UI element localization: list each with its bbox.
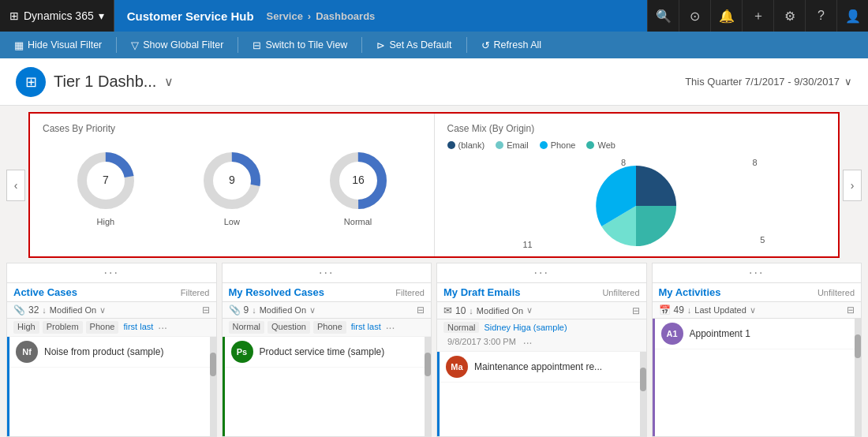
my-activities-count: 49 (674, 304, 684, 316)
activities-sort-chevron[interactable]: ∨ (750, 305, 756, 316)
my-resolved-scrollbar[interactable] (425, 337, 431, 436)
help-icon-btn[interactable]: ? (805, 0, 836, 32)
user-icon-btn[interactable]: 👤 (836, 0, 868, 32)
my-draft-emails-filter-icon[interactable]: ⊟ (632, 305, 640, 316)
tag-phone: Phone (86, 321, 119, 334)
chart-prev-arrow[interactable]: ‹ (6, 170, 25, 201)
active-cases-scrollbar[interactable] (210, 337, 216, 436)
show-global-filter-label: Show Global Filter (143, 39, 223, 50)
case-mix-title: Case Mix (By Origin) (447, 123, 826, 134)
set-as-default-button[interactable]: ⊳ Set As Default (369, 36, 459, 54)
my-resolved-item-1[interactable]: Ps Product service time (sample) (225, 337, 425, 368)
notification-icon-btn[interactable]: 🔔 (710, 0, 742, 32)
pie-chart-area: 8 8 5 11 (447, 155, 826, 257)
my-activities-filter-status: Unfiltered (817, 288, 855, 297)
pie-label-8-right: 8 (753, 158, 758, 167)
breadcrumb-part1: Service (267, 10, 303, 22)
active-cases-title: Active Cases (13, 286, 77, 298)
my-resolved-item-text-1: Product service time (sample) (260, 346, 419, 357)
donut-normal-chart: 16 (327, 149, 390, 212)
donut-normal: 16 Normal (327, 149, 390, 226)
my-resolved-cases-more[interactable]: ··· (223, 263, 432, 283)
legend-email: Email (496, 140, 529, 150)
my-activities-filter-icon[interactable]: ⊟ (847, 304, 855, 316)
svg-text:16: 16 (352, 174, 365, 186)
dynamics-365-menu[interactable]: ⊞ Dynamics 365 ▾ (0, 0, 114, 32)
pie-label-8-top: 8 (621, 158, 626, 167)
dynamics-label: Dynamics 365 (24, 9, 94, 22)
donut-high-label: High (97, 217, 115, 226)
donut-low-chart: 9 (200, 149, 264, 212)
active-cases-filter-status: Filtered (181, 288, 210, 297)
my-draft-emails-more[interactable]: ··· (437, 263, 646, 283)
set-default-icon: ⊳ (376, 39, 385, 51)
toolbar-separator-3 (361, 37, 362, 53)
tag-more-dots-2[interactable]: ··· (386, 321, 395, 334)
show-global-filter-button[interactable]: ▽ Show Global Filter (123, 36, 231, 54)
toolbar-separator-4 (466, 37, 467, 53)
tag-normal: Normal (229, 321, 264, 334)
tag-sidney-higa[interactable]: Sidney Higa (sample) (482, 322, 568, 333)
donut-high: 7 High (74, 149, 137, 226)
activities-sort-down-icon[interactable]: ↓ (687, 305, 692, 315)
my-activities-title: My Activities (659, 286, 721, 298)
tag-first-last[interactable]: first last (122, 321, 155, 334)
dashboard-title-area: ⊞ Tier 1 Dashb... ∨ (16, 67, 174, 97)
active-cases-count-row: 📎 32 ↓ Modified On ∨ (13, 304, 106, 316)
refresh-all-button[interactable]: ↺ Refresh All (473, 36, 549, 54)
my-draft-emails-avatar-1: Ma (446, 356, 468, 378)
breadcrumb: Service › Dashboards (254, 10, 376, 22)
my-resolved-cases-filter-status: Filtered (395, 288, 425, 297)
my-draft-emails-filter-status: Unfiltered (602, 288, 639, 297)
my-draft-emails-scrollbar[interactable] (640, 352, 646, 436)
cases-by-priority-panel: Cases By Priority 7 High (30, 114, 434, 256)
switch-to-tile-view-label: Switch to Tile View (265, 39, 347, 50)
resolved-sort-chevron[interactable]: ∨ (309, 305, 316, 316)
resolved-paperclip-icon: 📎 (229, 304, 241, 316)
my-activities-more[interactable]: ··· (653, 263, 862, 283)
dashboard-dropdown-chevron[interactable]: ∨ (164, 74, 174, 89)
my-activities-scrollbar[interactable] (855, 319, 861, 436)
pie-label-5: 5 (760, 235, 765, 245)
search-icon-btn[interactable]: 🔍 (647, 0, 679, 32)
my-draft-emails-count: 10 (455, 305, 466, 316)
add-icon-btn[interactable]: ＋ (742, 0, 773, 32)
dynamics-chevron-icon: ▾ (99, 9, 104, 22)
nav-icon-group: 🔍 ⊙ 🔔 ＋ ⚙ ? 👤 (647, 0, 868, 32)
chart-next-arrow[interactable]: › (843, 170, 862, 201)
breadcrumb-sep: › (308, 10, 311, 22)
my-resolved-avatar-1: Ps (231, 341, 253, 363)
dashboard-title: Tier 1 Dashb... (54, 73, 156, 91)
pie-chart (585, 155, 687, 257)
date-range-filter[interactable]: This Quarter 7/1/2017 - 9/30/2017 ∨ (685, 76, 852, 88)
settings-icon-btn[interactable]: ⚙ (773, 0, 805, 32)
active-cases-item-1[interactable]: Nf Noise from product (sample) (9, 337, 210, 368)
hide-visual-filter-button[interactable]: ▦ Hide Visual Filter (6, 36, 110, 54)
resolved-sort-down-icon[interactable]: ↓ (252, 305, 256, 315)
tag-more-dots-3[interactable]: ··· (523, 336, 533, 349)
my-draft-emails-item-1[interactable]: Ma Maintenance appointment re... (440, 352, 640, 383)
my-resolved-cases-filter-icon[interactable]: ⊟ (417, 304, 425, 316)
active-cases-sort-chevron[interactable]: ∨ (99, 305, 106, 316)
sort-down-icon[interactable]: ↓ (42, 305, 47, 315)
target-icon-btn[interactable]: ⊙ (679, 0, 710, 32)
drafts-sort-chevron[interactable]: ∨ (526, 305, 533, 316)
active-cases-filter-icon[interactable]: ⊟ (202, 304, 210, 316)
tag-phone-2: Phone (313, 321, 346, 334)
activities-calendar-icon: 📅 (659, 304, 671, 316)
my-draft-emails-tags: Normal Sidney Higa (sample) 9/8/2017 3:0… (437, 319, 646, 352)
pie-label-11: 11 (522, 240, 532, 249)
tag-first-last-2[interactable]: first last (350, 321, 383, 334)
cards-row: ··· Active Cases Filtered 📎 32 ↓ Modifie… (6, 263, 862, 437)
drafts-sort-down-icon[interactable]: ↓ (469, 306, 473, 316)
my-resolved-cases-tags: Normal Question Phone first last ··· (223, 319, 432, 337)
my-activities-item-1[interactable]: A1 Appointment 1 (655, 319, 855, 349)
my-activities-header: My Activities Unfiltered (653, 283, 862, 302)
active-cases-more[interactable]: ··· (7, 263, 216, 283)
hide-visual-filter-icon: ▦ (14, 39, 24, 51)
tag-normal-2: Normal (443, 322, 479, 333)
my-resolved-cases-count: 9 (244, 304, 249, 316)
switch-to-tile-view-button[interactable]: ⊟ Switch to Tile View (245, 36, 355, 54)
my-draft-emails-title: My Draft Emails (443, 286, 521, 298)
tag-more-dots[interactable]: ··· (158, 321, 167, 334)
